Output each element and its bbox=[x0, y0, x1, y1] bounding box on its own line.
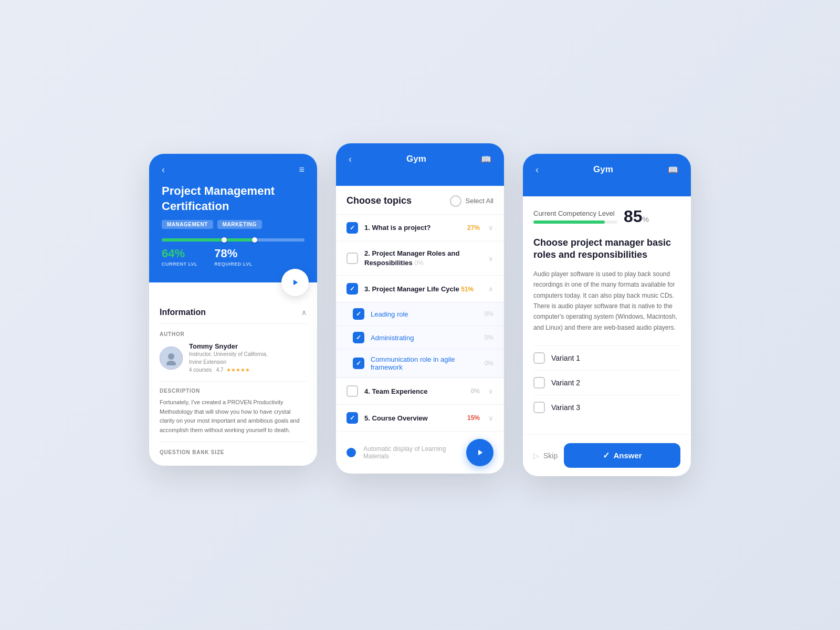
competency-label-area: Current Competency Level bbox=[533, 209, 617, 224]
topic-name-4: 4. Team Experience bbox=[364, 387, 465, 395]
back-icon-card3[interactable]: ‹ bbox=[536, 164, 539, 175]
skip-play-icon: ▷ bbox=[533, 452, 539, 460]
topic-row-1: 1. What is a project? 27% ∨ bbox=[346, 222, 494, 234]
card3-header: ‹ Gym 📖 bbox=[523, 154, 691, 196]
progress-fill bbox=[162, 238, 255, 242]
description-text: Fortunately, I've created a PROVEN Produ… bbox=[160, 398, 307, 435]
book-icon-card3[interactable]: 📖 bbox=[668, 165, 678, 175]
variant-checkbox-1[interactable] bbox=[533, 352, 545, 364]
subtopic-communication[interactable]: Communication role in agile framework 0% bbox=[336, 350, 504, 377]
topic-item-1[interactable]: 1. What is a project? 27% ∨ bbox=[336, 214, 504, 241]
topic-checkbox-4[interactable] bbox=[346, 385, 358, 397]
card1-tags: MANAGEMENT MARKETING bbox=[162, 220, 304, 229]
card1-title: Project Management Certification bbox=[162, 184, 304, 214]
auto-circle-icon bbox=[346, 448, 356, 457]
card1-body: Information ∧ AUTHOR Tommy Snyder Instru… bbox=[149, 282, 317, 465]
subtopic-pct-comm: 0% bbox=[485, 360, 494, 367]
competency-label: Current Competency Level bbox=[533, 209, 617, 217]
topic-item-5[interactable]: 5. Course Overview 15% ∨ bbox=[336, 404, 504, 431]
select-all-row[interactable]: Select All bbox=[450, 195, 494, 207]
information-section-header[interactable]: Information ∧ bbox=[160, 298, 307, 324]
skip-row[interactable]: ▷ Skip bbox=[533, 452, 558, 460]
variant-label-2: Variant 2 bbox=[551, 379, 580, 387]
menu-icon-card1[interactable]: ≡ bbox=[299, 164, 304, 175]
card-project-management: ‹ ≡ Project Management Certification MAN… bbox=[149, 154, 317, 466]
avatar bbox=[160, 346, 183, 370]
author-meta-label: AUTHOR bbox=[160, 331, 307, 337]
topic-checkbox-5[interactable] bbox=[346, 412, 358, 424]
card3-body: Current Competency Level 85% Choose proj… bbox=[523, 196, 691, 430]
chevron-up-icon-3: ∧ bbox=[488, 285, 494, 293]
progress-thumb-required bbox=[222, 237, 227, 243]
chevron-right-icon-4: ∨ bbox=[488, 387, 494, 395]
topic-item-3[interactable]: 3. Project Manager Life Cycle 51% ∧ bbox=[336, 275, 504, 302]
topic-row-5: 5. Course Overview 15% ∨ bbox=[346, 412, 494, 424]
select-all-checkbox[interactable] bbox=[450, 195, 461, 207]
topic-item-4[interactable]: 4. Team Experience 0% ∨ bbox=[336, 377, 504, 404]
progress-area bbox=[162, 238, 304, 242]
subtopic-pct-admin: 0% bbox=[485, 334, 494, 341]
competency-value: 85 bbox=[624, 207, 643, 226]
subtopic-leading-role[interactable]: Leading role 0% bbox=[336, 302, 504, 326]
skip-label: Skip bbox=[543, 452, 558, 460]
card3-title: Gym bbox=[593, 164, 613, 175]
progress-track bbox=[162, 238, 304, 242]
current-level-label: CURRENT LVL bbox=[162, 261, 197, 267]
chevron-up-icon: ∧ bbox=[301, 308, 307, 317]
subtopic-checkbox-admin[interactable] bbox=[353, 332, 364, 343]
progress-levels: 64% CURRENT LVL 78% REQUIRED LVL bbox=[162, 247, 304, 267]
subtopic-administrating[interactable]: Administrating 0% bbox=[336, 326, 504, 350]
answer-label: Answer bbox=[614, 451, 642, 460]
variant-checkbox-2[interactable] bbox=[533, 377, 545, 388]
topic-name-3: 3. Project Manager Life Cycle 51% bbox=[364, 285, 480, 293]
tag-management: MANAGEMENT bbox=[162, 220, 213, 229]
play-button-card1[interactable] bbox=[281, 269, 309, 296]
topic-checkbox-2[interactable] bbox=[346, 253, 358, 264]
topic-pct-1: 27% bbox=[467, 224, 480, 232]
gym-footer: Automatic display of Learning Materials bbox=[336, 431, 504, 474]
qbank-label: QUESTION BANK SIZE bbox=[160, 442, 307, 455]
choose-topics-title: Choose topics bbox=[346, 195, 412, 206]
card3-nav: ‹ Gym 📖 bbox=[536, 164, 678, 175]
variant-item-2[interactable]: Variant 2 bbox=[533, 370, 680, 395]
play-button-card2[interactable] bbox=[466, 439, 494, 466]
topic-checkbox-1[interactable] bbox=[346, 222, 358, 234]
topic-pct-5: 15% bbox=[467, 414, 480, 422]
svg-point-1 bbox=[166, 361, 176, 365]
card2-title: Gym bbox=[406, 154, 426, 164]
book-icon-card2[interactable]: 📖 bbox=[481, 154, 491, 164]
author-sub2: Irvine Extension bbox=[189, 358, 268, 366]
topic-checkbox-3[interactable] bbox=[346, 283, 358, 295]
variant-checkbox-3[interactable] bbox=[533, 402, 545, 413]
topic-row-3: 3. Project Manager Life Cycle 51% ∧ bbox=[346, 283, 494, 295]
topic-pct-4: 0% bbox=[471, 387, 480, 395]
progress-thumb-current bbox=[252, 237, 257, 243]
card-gym-topics: ‹ Gym 📖 Choose topics Select All 1. What… bbox=[336, 143, 504, 474]
competency-pct-symbol: % bbox=[643, 215, 649, 224]
subtopic-name-leading: Leading role bbox=[371, 310, 478, 318]
author-courses-rating: 4 courses 4.7 ★★★★★ bbox=[189, 366, 268, 374]
card2-nav: ‹ Gym 📖 bbox=[349, 154, 491, 165]
competency-row: Current Competency Level 85% bbox=[533, 207, 680, 226]
back-icon-card2[interactable]: ‹ bbox=[349, 154, 352, 165]
competency-bar-fill bbox=[533, 220, 605, 224]
variant-item-1[interactable]: Variant 1 bbox=[533, 345, 680, 370]
subtopic-checkbox-leading[interactable] bbox=[353, 308, 364, 320]
chevron-right-icon-5: ∨ bbox=[488, 414, 494, 422]
competency-bar-track bbox=[533, 220, 617, 224]
topic-item-2[interactable]: 2. Project Manager Roles and Resposibili… bbox=[336, 241, 504, 275]
svg-point-0 bbox=[168, 353, 174, 360]
subtopic-checkbox-comm[interactable] bbox=[353, 358, 364, 369]
auto-text: Automatic display of Learning Materials bbox=[363, 445, 459, 460]
current-level-value: 64% bbox=[162, 247, 197, 260]
topic-name-1: 1. What is a project? bbox=[364, 224, 461, 232]
question-desc: Audio player software is used to play ba… bbox=[533, 269, 680, 333]
card3-footer: ▷ Skip ✓ Answer bbox=[523, 434, 691, 476]
answer-button[interactable]: ✓ Answer bbox=[564, 443, 680, 468]
subtopic-pct-leading: 0% bbox=[485, 310, 494, 318]
author-name: Tommy Snyder bbox=[189, 342, 268, 350]
back-icon-card1[interactable]: ‹ bbox=[162, 164, 165, 175]
card-question: ‹ Gym 📖 Current Competency Level 85% bbox=[523, 154, 691, 476]
topic-row-4: 4. Team Experience 0% ∨ bbox=[346, 385, 494, 397]
variant-item-3[interactable]: Variant 3 bbox=[533, 395, 680, 419]
